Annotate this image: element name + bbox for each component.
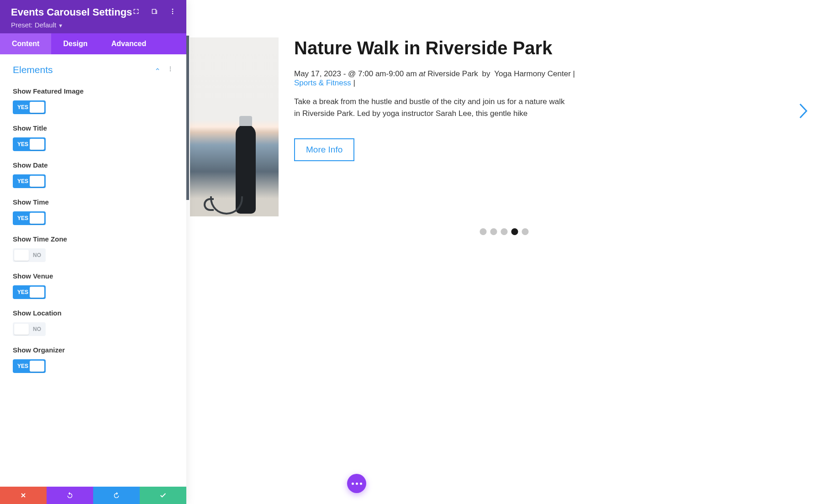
carousel-next-arrow[interactable] (798, 102, 809, 121)
field-label: Show Location (13, 309, 174, 317)
featured-image-container (190, 37, 279, 216)
toggle-show-venue[interactable]: YES (13, 285, 46, 299)
field-label: Show Time (13, 198, 174, 206)
event-slide: Nature Walk in Riverside Park May 17, 20… (190, 0, 822, 216)
tab-advanced[interactable]: Advanced (100, 33, 158, 54)
carousel-dot[interactable] (490, 228, 497, 235)
more-info-button[interactable]: More Info (294, 138, 354, 161)
carousel-dots (480, 228, 529, 235)
svg-point-2 (172, 13, 174, 14)
kebab-icon[interactable] (169, 8, 176, 17)
carousel-dot[interactable] (522, 228, 529, 235)
section-elements-header[interactable]: Elements (13, 64, 174, 75)
field-label: Show Featured Image (13, 87, 174, 95)
carousel-dot[interactable] (511, 228, 518, 235)
event-meta: May 17, 2023 - @ 7:00 am-9:00 am at Rive… (294, 69, 577, 88)
event-description: Take a break from the hustle and bustle … (294, 96, 568, 120)
toggle-show-featured-image[interactable]: YES (13, 100, 46, 114)
page-settings-fab[interactable] (347, 474, 366, 493)
carousel-dot[interactable] (480, 228, 487, 235)
field-label: Show Time Zone (13, 235, 174, 243)
redo-button[interactable] (93, 487, 140, 504)
svg-point-0 (172, 9, 174, 10)
svg-point-4 (170, 68, 171, 69)
field-label: Show Organizer (13, 346, 174, 354)
cancel-button[interactable] (0, 487, 47, 504)
svg-point-3 (170, 67, 171, 68)
preview-area: Nature Walk in Riverside Park May 17, 20… (186, 0, 822, 504)
preset-dropdown[interactable]: Preset: Default▼ (11, 21, 181, 29)
preset-label: Preset: Default (11, 21, 56, 29)
tabs: Content Design Advanced (0, 33, 186, 54)
toggle-show-title[interactable]: YES (13, 137, 46, 151)
responsive-icon[interactable] (151, 8, 158, 17)
toggle-show-location[interactable]: NO (13, 322, 46, 336)
settings-panel: Events Carousel Settings Preset: Default… (0, 0, 186, 504)
section-title: Elements (13, 64, 53, 75)
event-time: 7:00 am-9:00 am (358, 69, 417, 78)
chevron-up-icon[interactable] (154, 66, 161, 74)
field-label: Show Date (13, 161, 174, 169)
svg-point-1 (172, 11, 174, 12)
event-category-link[interactable]: Sports & Fitness (294, 79, 351, 87)
expand-icon[interactable] (132, 8, 140, 17)
save-button[interactable] (140, 487, 186, 504)
carousel-dot[interactable] (501, 228, 508, 235)
event-organizer: Yoga Harmony Center (494, 69, 571, 78)
panel-header: Events Carousel Settings Preset: Default… (0, 0, 186, 33)
svg-point-5 (170, 70, 171, 71)
undo-button[interactable] (47, 487, 93, 504)
toggle-show-time[interactable]: YES (13, 211, 46, 225)
event-venue: Riverside Park (427, 69, 478, 78)
toggle-show-time-zone[interactable]: NO (13, 248, 46, 262)
toggle-show-organizer[interactable]: YES (13, 359, 46, 373)
tab-design[interactable]: Design (51, 33, 99, 54)
panel-footer (0, 487, 186, 504)
field-label: Show Title (13, 124, 174, 132)
event-date: May 17, 2023 (294, 69, 341, 78)
tab-content[interactable]: Content (0, 33, 51, 54)
section-kebab-icon[interactable] (167, 66, 174, 74)
featured-image[interactable] (190, 37, 279, 216)
toggle-show-date[interactable]: YES (13, 174, 46, 188)
caret-down-icon: ▼ (58, 23, 63, 28)
panel-title: Events Carousel Settings (11, 6, 132, 18)
field-label: Show Venue (13, 272, 174, 280)
event-title[interactable]: Nature Walk in Riverside Park (294, 37, 577, 58)
panel-body[interactable]: Elements Show Featured ImageYESShow Titl… (0, 54, 186, 487)
